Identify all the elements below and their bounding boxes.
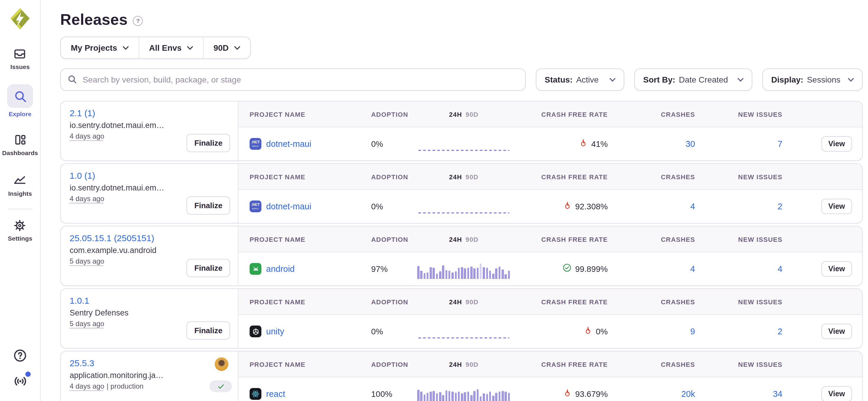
zero-adoption-dashed-line (418, 212, 509, 213)
view-button[interactable]: View (821, 324, 852, 339)
whats-new-button[interactable] (13, 373, 27, 390)
chevron-down-icon (610, 77, 615, 82)
finalize-button[interactable]: Finalize (187, 259, 230, 277)
new-issues-link[interactable]: 2 (778, 202, 782, 211)
sidebar-item-settings[interactable]: Settings (8, 219, 32, 242)
crashes-link[interactable]: 9 (690, 327, 695, 336)
release-version-link[interactable]: 25.05.15.1 (2505151) (70, 233, 154, 243)
crashes-link[interactable]: 4 (690, 264, 695, 274)
sessions-sparkline (417, 196, 510, 216)
table-data-row: .NETMAUI dotnet-maui 0% 92.308% 4 2 View (238, 190, 862, 223)
range-toggle-90d[interactable]: 90D (466, 236, 478, 243)
table-header-row: PROJECT NAME ADOPTION 24H 90D CRASH FREE… (238, 227, 862, 253)
release-environment: | production (106, 382, 144, 390)
col-adoption: ADOPTION (361, 236, 414, 243)
dotnet-maui-icon: .NETMAUI (250, 138, 261, 150)
release-version-link[interactable]: 1.0.1 (70, 295, 89, 305)
col-adoption: ADOPTION (361, 173, 414, 180)
col-crashes: CRASHES (614, 173, 700, 180)
page-help-icon[interactable]: ? (133, 15, 143, 26)
user-avatar[interactable] (215, 357, 228, 371)
check-icon (217, 382, 224, 390)
range-toggle-90d[interactable]: 90D (466, 110, 478, 118)
view-button[interactable]: View (821, 199, 852, 214)
new-issues-link[interactable]: 4 (778, 264, 782, 274)
col-adoption: ADOPTION (361, 298, 414, 305)
project-link[interactable]: dotnet-maui (266, 202, 311, 211)
crashes-link[interactable]: 4 (690, 202, 695, 211)
sessions-sparkline (417, 134, 510, 154)
new-issues-link[interactable]: 34 (773, 389, 782, 399)
project-filter[interactable]: My Projects (61, 37, 138, 58)
search-input[interactable] (60, 68, 526, 91)
crashes-link[interactable]: 30 (686, 139, 695, 148)
adoption-value: 97% (361, 264, 414, 274)
release-version-link[interactable]: 1.0 (1) (70, 170, 95, 180)
new-issues-link[interactable]: 7 (778, 139, 782, 148)
release-card: 1.0.1 Sentry Defenses 5 days ago Finaliz… (60, 288, 863, 348)
range-toggle-24h[interactable]: 24H (449, 361, 462, 368)
project-link[interactable]: react (266, 389, 285, 399)
col-chart-range: 24H 90D (414, 236, 514, 243)
project-filter-label: My Projects (71, 43, 117, 53)
project-link[interactable]: android (266, 264, 295, 274)
release-version-link[interactable]: 25.5.3 (70, 358, 94, 368)
crash-free-icon-slot (584, 326, 592, 337)
sessions-sparkline (417, 259, 510, 279)
finalize-button[interactable]: Finalize (187, 196, 230, 215)
range-toggle-24h[interactable]: 24H (449, 173, 462, 180)
flame-icon (563, 388, 571, 397)
finalize-button[interactable]: Finalize (187, 134, 230, 152)
new-issues-link[interactable]: 2 (778, 327, 782, 336)
range-toggle-90d[interactable]: 90D (466, 173, 478, 180)
environment-filter[interactable]: All Envs (138, 37, 203, 58)
help-button[interactable] (13, 348, 27, 365)
flame-icon (579, 138, 588, 147)
range-toggle-24h[interactable]: 24H (449, 110, 462, 118)
sentry-logo[interactable] (9, 8, 31, 30)
view-button[interactable]: View (821, 136, 852, 152)
sidebar-item-insights[interactable]: Insights (8, 174, 32, 197)
project-link[interactable]: unity (266, 327, 284, 336)
range-toggle-90d[interactable]: 90D (466, 361, 478, 368)
range-toggle-90d[interactable]: 90D (466, 298, 478, 305)
range-toggle-24h[interactable]: 24H (449, 298, 462, 305)
release-created-time: 5 days ago (70, 320, 104, 328)
sidebar-item-explore[interactable]: Explore (7, 84, 33, 118)
crash-free-value: 99.899% (575, 264, 608, 274)
sort-by-dropdown-value: Date Created (679, 75, 728, 84)
zero-adoption-dashed-line (418, 150, 509, 151)
col-crashes: CRASHES (614, 110, 700, 118)
crashes-link[interactable]: 20k (681, 389, 695, 399)
view-button[interactable]: View (821, 386, 852, 401)
range-toggle-24h[interactable]: 24H (449, 236, 462, 243)
status-dropdown[interactable]: Status: Active (536, 68, 624, 91)
col-crash-free-rate: CRASH FREE RATE (514, 110, 614, 118)
adoption-value: 0% (361, 139, 414, 148)
sort-by-dropdown[interactable]: Sort By: Date Created (634, 68, 752, 91)
project-icon-slot (250, 326, 261, 337)
view-button[interactable]: View (821, 261, 852, 276)
release-version-link[interactable]: 2.1 (1) (70, 108, 95, 118)
sidebar-item-dashboards[interactable]: Dashboards (2, 133, 38, 156)
col-new-issues: NEW ISSUES (700, 361, 787, 368)
release-created-time: 4 days ago (70, 195, 104, 203)
release-created-time: 5 days ago (70, 257, 104, 265)
broadcast-icon (13, 373, 27, 388)
crash-free-value: 92.308% (575, 202, 608, 211)
flame-icon (563, 201, 571, 210)
col-crash-free-rate: CRASH FREE RATE (514, 298, 614, 305)
crash-free-icon-slot (579, 138, 588, 149)
table-header-row: PROJECT NAME ADOPTION 24H 90D CRASH FREE… (238, 164, 862, 190)
unread-dot (25, 371, 30, 377)
release-package: io.sentry.dotnet.maui.em… (70, 183, 193, 192)
sidebar-item-issues[interactable]: Issues (10, 47, 30, 70)
col-project-name: PROJECT NAME (238, 298, 361, 305)
col-new-issues: NEW ISSUES (700, 173, 787, 180)
project-link[interactable]: dotnet-maui (266, 139, 311, 148)
table-data-row: .NETMAUI dotnet-maui 0% 41% 30 7 View (238, 127, 862, 160)
display-dropdown[interactable]: Display: Sessions (763, 68, 863, 91)
page-title: Releases (60, 11, 128, 29)
date-range-filter[interactable]: 90D (203, 37, 250, 58)
finalize-button[interactable]: Finalize (187, 322, 230, 340)
